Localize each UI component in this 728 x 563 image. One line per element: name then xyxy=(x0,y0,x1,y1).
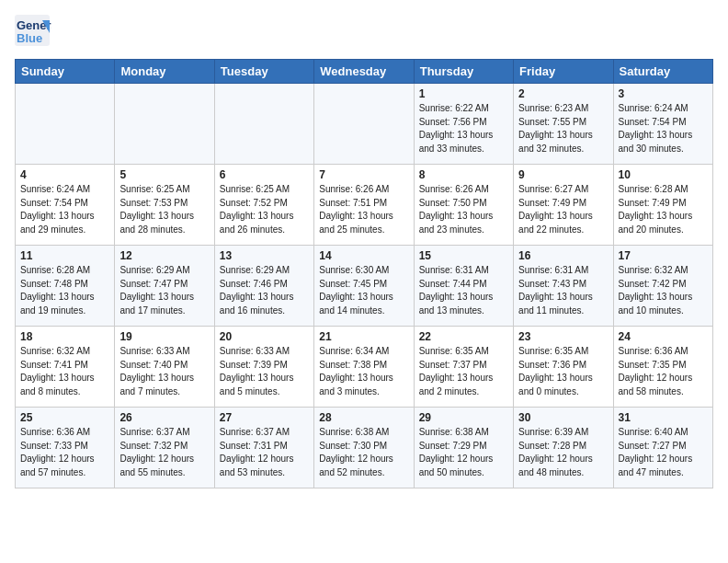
header-saturday: Saturday xyxy=(613,60,712,84)
day-number: 20 xyxy=(220,330,309,343)
calendar-cell: 6Sunrise: 6:25 AM Sunset: 7:52 PM Daylig… xyxy=(214,165,313,246)
calendar-cell: 21Sunrise: 6:34 AM Sunset: 7:38 PM Dayli… xyxy=(314,327,414,408)
calendar-week-1: 1Sunrise: 6:22 AM Sunset: 7:56 PM Daylig… xyxy=(16,84,713,165)
calendar-cell: 26Sunrise: 6:37 AM Sunset: 7:32 PM Dayli… xyxy=(115,408,214,488)
calendar-cell: 24Sunrise: 6:36 AM Sunset: 7:35 PM Dayli… xyxy=(613,327,712,408)
day-info: Sunrise: 6:31 AM Sunset: 7:43 PM Dayligh… xyxy=(518,264,608,317)
header-wednesday: Wednesday xyxy=(314,60,414,84)
header-tuesday: Tuesday xyxy=(214,60,313,84)
day-info: Sunrise: 6:24 AM Sunset: 7:54 PM Dayligh… xyxy=(20,183,109,236)
day-number: 3 xyxy=(619,87,708,100)
day-number: 14 xyxy=(319,249,408,262)
day-info: Sunrise: 6:29 AM Sunset: 7:47 PM Dayligh… xyxy=(119,264,209,317)
calendar-cell: 16Sunrise: 6:31 AM Sunset: 7:43 PM Dayli… xyxy=(514,246,613,327)
day-info: Sunrise: 6:38 AM Sunset: 7:30 PM Dayligh… xyxy=(319,426,408,479)
day-info: Sunrise: 6:37 AM Sunset: 7:31 PM Dayligh… xyxy=(220,426,309,479)
calendar-cell: 2Sunrise: 6:23 AM Sunset: 7:55 PM Daylig… xyxy=(514,84,613,165)
calendar-cell xyxy=(314,84,414,165)
day-info: Sunrise: 6:35 AM Sunset: 7:36 PM Dayligh… xyxy=(518,345,608,398)
day-number: 7 xyxy=(319,168,408,181)
day-number: 12 xyxy=(119,249,209,262)
day-number: 24 xyxy=(619,330,708,343)
day-number: 9 xyxy=(518,168,608,181)
calendar-cell: 8Sunrise: 6:26 AM Sunset: 7:50 PM Daylig… xyxy=(414,165,513,246)
calendar-cell: 18Sunrise: 6:32 AM Sunset: 7:41 PM Dayli… xyxy=(16,327,115,408)
calendar-cell: 28Sunrise: 6:38 AM Sunset: 7:30 PM Dayli… xyxy=(314,408,414,488)
day-number: 8 xyxy=(419,168,508,181)
day-number: 19 xyxy=(119,330,209,343)
calendar-cell: 23Sunrise: 6:35 AM Sunset: 7:36 PM Dayli… xyxy=(514,327,613,408)
logo-icon: General Blue xyxy=(15,15,51,48)
day-info: Sunrise: 6:36 AM Sunset: 7:35 PM Dayligh… xyxy=(619,345,708,398)
day-info: Sunrise: 6:27 AM Sunset: 7:49 PM Dayligh… xyxy=(518,183,608,236)
calendar-header-row: SundayMondayTuesdayWednesdayThursdayFrid… xyxy=(16,60,713,84)
calendar-cell: 30Sunrise: 6:39 AM Sunset: 7:28 PM Dayli… xyxy=(514,408,613,488)
calendar-cell: 14Sunrise: 6:30 AM Sunset: 7:45 PM Dayli… xyxy=(314,246,414,327)
day-number: 25 xyxy=(20,411,109,424)
day-info: Sunrise: 6:34 AM Sunset: 7:38 PM Dayligh… xyxy=(319,345,408,398)
day-info: Sunrise: 6:40 AM Sunset: 7:27 PM Dayligh… xyxy=(619,426,708,479)
calendar-cell xyxy=(16,84,115,165)
calendar-cell: 31Sunrise: 6:40 AM Sunset: 7:27 PM Dayli… xyxy=(613,408,712,488)
calendar-cell: 29Sunrise: 6:38 AM Sunset: 7:29 PM Dayli… xyxy=(414,408,513,488)
calendar-cell: 5Sunrise: 6:25 AM Sunset: 7:53 PM Daylig… xyxy=(115,165,214,246)
day-info: Sunrise: 6:33 AM Sunset: 7:40 PM Dayligh… xyxy=(119,345,209,398)
calendar-cell: 22Sunrise: 6:35 AM Sunset: 7:37 PM Dayli… xyxy=(414,327,513,408)
calendar-week-2: 4Sunrise: 6:24 AM Sunset: 7:54 PM Daylig… xyxy=(16,165,713,246)
day-info: Sunrise: 6:24 AM Sunset: 7:54 PM Dayligh… xyxy=(619,102,708,155)
day-info: Sunrise: 6:25 AM Sunset: 7:53 PM Dayligh… xyxy=(119,183,209,236)
day-info: Sunrise: 6:37 AM Sunset: 7:32 PM Dayligh… xyxy=(119,426,209,479)
header-friday: Friday xyxy=(514,60,613,84)
day-number: 6 xyxy=(220,168,309,181)
svg-text:Blue: Blue xyxy=(17,31,42,45)
calendar-cell: 25Sunrise: 6:36 AM Sunset: 7:33 PM Dayli… xyxy=(16,408,115,488)
header-sunday: Sunday xyxy=(16,60,115,84)
day-number: 22 xyxy=(419,330,508,343)
calendar-cell xyxy=(214,84,313,165)
calendar-cell: 17Sunrise: 6:32 AM Sunset: 7:42 PM Dayli… xyxy=(613,246,712,327)
calendar-cell: 10Sunrise: 6:28 AM Sunset: 7:49 PM Dayli… xyxy=(613,165,712,246)
calendar-cell: 13Sunrise: 6:29 AM Sunset: 7:46 PM Dayli… xyxy=(214,246,313,327)
day-number: 15 xyxy=(419,249,508,262)
day-info: Sunrise: 6:39 AM Sunset: 7:28 PM Dayligh… xyxy=(518,426,608,479)
calendar-cell: 19Sunrise: 6:33 AM Sunset: 7:40 PM Dayli… xyxy=(115,327,214,408)
day-number: 28 xyxy=(319,411,408,424)
header-monday: Monday xyxy=(115,60,214,84)
day-info: Sunrise: 6:38 AM Sunset: 7:29 PM Dayligh… xyxy=(419,426,508,479)
day-info: Sunrise: 6:28 AM Sunset: 7:49 PM Dayligh… xyxy=(619,183,708,236)
day-info: Sunrise: 6:25 AM Sunset: 7:52 PM Dayligh… xyxy=(220,183,309,236)
logo: General Blue xyxy=(15,15,55,48)
day-info: Sunrise: 6:28 AM Sunset: 7:48 PM Dayligh… xyxy=(20,264,109,317)
calendar-cell: 20Sunrise: 6:33 AM Sunset: 7:39 PM Dayli… xyxy=(214,327,313,408)
day-info: Sunrise: 6:30 AM Sunset: 7:45 PM Dayligh… xyxy=(319,264,408,317)
day-number: 17 xyxy=(619,249,708,262)
day-info: Sunrise: 6:35 AM Sunset: 7:37 PM Dayligh… xyxy=(419,345,508,398)
day-info: Sunrise: 6:26 AM Sunset: 7:50 PM Dayligh… xyxy=(419,183,508,236)
calendar-cell: 27Sunrise: 6:37 AM Sunset: 7:31 PM Dayli… xyxy=(214,408,313,488)
day-info: Sunrise: 6:26 AM Sunset: 7:51 PM Dayligh… xyxy=(319,183,408,236)
day-number: 31 xyxy=(619,411,708,424)
day-number: 13 xyxy=(220,249,309,262)
calendar-cell xyxy=(115,84,214,165)
day-number: 1 xyxy=(419,87,508,100)
calendar-cell: 15Sunrise: 6:31 AM Sunset: 7:44 PM Dayli… xyxy=(414,246,513,327)
day-number: 23 xyxy=(518,330,608,343)
calendar-week-5: 25Sunrise: 6:36 AM Sunset: 7:33 PM Dayli… xyxy=(16,408,713,488)
calendar-cell: 12Sunrise: 6:29 AM Sunset: 7:47 PM Dayli… xyxy=(115,246,214,327)
day-number: 18 xyxy=(20,330,109,343)
day-number: 29 xyxy=(419,411,508,424)
day-number: 4 xyxy=(20,168,109,181)
calendar-cell: 11Sunrise: 6:28 AM Sunset: 7:48 PM Dayli… xyxy=(16,246,115,327)
day-info: Sunrise: 6:22 AM Sunset: 7:56 PM Dayligh… xyxy=(419,102,508,155)
day-number: 11 xyxy=(20,249,109,262)
day-info: Sunrise: 6:23 AM Sunset: 7:55 PM Dayligh… xyxy=(518,102,608,155)
calendar-table: SundayMondayTuesdayWednesdayThursdayFrid… xyxy=(15,59,713,488)
calendar-cell: 7Sunrise: 6:26 AM Sunset: 7:51 PM Daylig… xyxy=(314,165,414,246)
day-info: Sunrise: 6:32 AM Sunset: 7:41 PM Dayligh… xyxy=(20,345,109,398)
calendar-week-4: 18Sunrise: 6:32 AM Sunset: 7:41 PM Dayli… xyxy=(16,327,713,408)
day-info: Sunrise: 6:32 AM Sunset: 7:42 PM Dayligh… xyxy=(619,264,708,317)
calendar-cell: 3Sunrise: 6:24 AM Sunset: 7:54 PM Daylig… xyxy=(613,84,712,165)
day-number: 16 xyxy=(518,249,608,262)
day-number: 10 xyxy=(619,168,708,181)
header-thursday: Thursday xyxy=(414,60,513,84)
